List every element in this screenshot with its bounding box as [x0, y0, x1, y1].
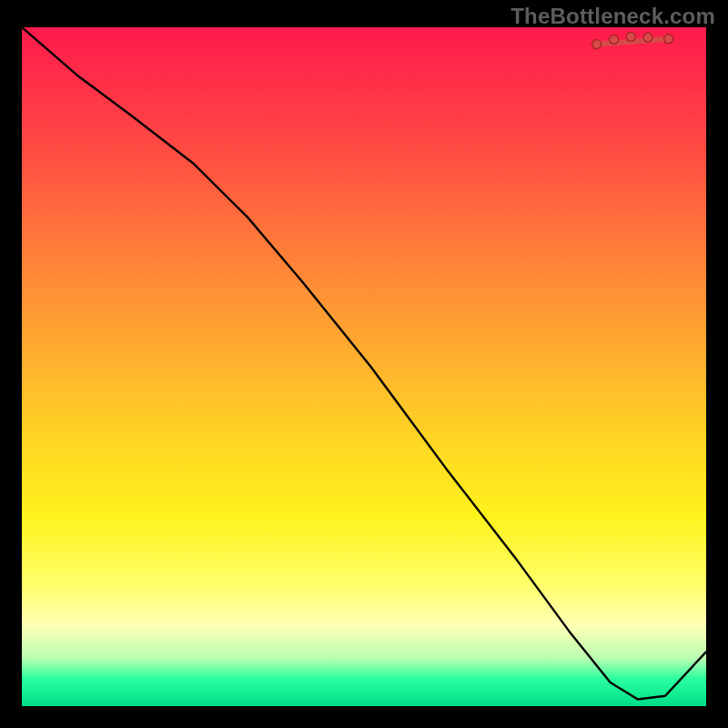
highlight-dot: [592, 40, 602, 49]
curve-line: [22, 27, 706, 700]
chart-frame: TheBottleneck.com: [0, 0, 728, 728]
highlight-group: [592, 32, 673, 48]
watermark-text: TheBottleneck.com: [511, 4, 715, 29]
highlight-dot: [609, 35, 618, 44]
highlight-dot: [664, 35, 673, 44]
chart-svg: [22, 27, 706, 706]
highlight-dot: [643, 33, 652, 42]
plot-area: [22, 27, 706, 706]
highlight-dot: [626, 32, 635, 41]
